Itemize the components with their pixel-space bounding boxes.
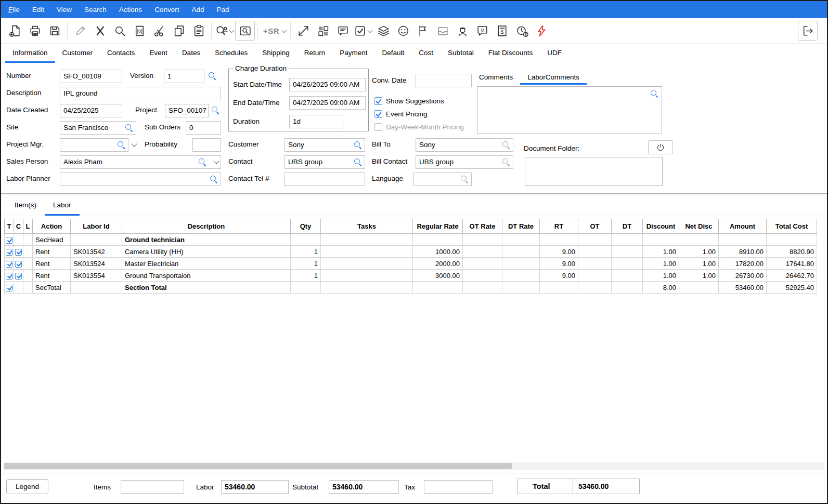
new-document-button[interactable] — [5, 21, 25, 41]
checkbox-checked[interactable] — [6, 261, 12, 268]
cell-net_disc[interactable] — [679, 282, 719, 294]
tab-laborcomments[interactable]: LaborComments — [520, 70, 587, 85]
layers-button[interactable] — [373, 21, 393, 41]
cell-qty[interactable]: 1 — [291, 270, 321, 282]
cell-dt_rate[interactable] — [502, 282, 540, 294]
delete-x-button[interactable] — [90, 21, 110, 41]
col-c[interactable]: C — [14, 219, 23, 234]
tab-contacts[interactable]: Contacts — [100, 44, 142, 63]
cell-total_cost[interactable] — [767, 234, 817, 246]
cell-ot[interactable] — [578, 258, 612, 270]
event-pricing-checkbox[interactable] — [374, 110, 382, 118]
cell-discount[interactable]: 1.00 — [643, 258, 679, 270]
col-qty[interactable]: Qty — [291, 219, 321, 234]
cell-tasks[interactable] — [321, 234, 413, 246]
tab-return[interactable]: Return — [297, 44, 333, 63]
col-t[interactable]: T — [5, 219, 14, 234]
cell-tasks[interactable] — [321, 270, 413, 282]
cell-dt[interactable] — [612, 282, 643, 294]
col-tasks[interactable]: Tasks — [321, 219, 413, 234]
cell-discount[interactable]: 8.00 — [643, 282, 679, 294]
edit-pencil-button[interactable] — [70, 21, 90, 41]
cell-ot[interactable] — [578, 246, 612, 258]
cell-net_disc[interactable]: 1.00 — [679, 258, 719, 270]
tab-cost[interactable]: Cost — [411, 44, 441, 63]
col-ot_rate[interactable]: OT Rate — [463, 219, 502, 234]
cell-amount[interactable]: 17820.00 — [719, 258, 767, 270]
customer-search-icon[interactable] — [354, 141, 361, 149]
document-folder-textarea[interactable] — [525, 157, 663, 186]
menu-search[interactable]: Search — [78, 2, 113, 18]
cell-rt[interactable]: 9.00 — [540, 258, 578, 270]
cell-regular_rate[interactable] — [413, 282, 463, 294]
col-ot[interactable]: OT — [578, 219, 612, 234]
cell-amount[interactable] — [719, 234, 767, 246]
checkbox-checked[interactable] — [15, 249, 22, 256]
project-mgr-field[interactable] — [60, 138, 128, 152]
checkbox-checked[interactable] — [15, 273, 22, 280]
cell-labor_id[interactable] — [71, 234, 122, 246]
cell-c-checkbox[interactable] — [14, 258, 23, 270]
cell-labor_id[interactable]: SK013554 — [71, 270, 122, 282]
cell-c-checkbox[interactable] — [14, 234, 23, 246]
contact-tel-field[interactable] — [284, 173, 365, 186]
legend-button[interactable]: Legend — [6, 479, 48, 494]
tab-items[interactable]: Item(s) — [6, 194, 45, 216]
start-datetime-field[interactable]: 04/26/2025 09:00 AM — [289, 78, 366, 91]
cell-net_disc[interactable]: 1.00 — [679, 246, 719, 258]
cell-tasks[interactable] — [321, 246, 413, 258]
menu-add[interactable]: Add — [185, 2, 210, 18]
version-field[interactable]: 1 — [164, 70, 204, 83]
cell-action[interactable]: SecTotal — [33, 282, 71, 294]
cell-net_disc[interactable] — [679, 234, 719, 246]
menu-file[interactable]: File — [2, 2, 26, 18]
cell-t-checkbox[interactable] — [5, 258, 14, 270]
scrollbar-thumb[interactable] — [4, 463, 512, 469]
col-amount[interactable]: Amount — [719, 219, 767, 234]
cell-c-checkbox[interactable] — [14, 270, 23, 282]
search-button[interactable] — [110, 21, 130, 41]
chevron-down-icon[interactable] — [230, 29, 234, 33]
cell-c-checkbox[interactable] — [14, 282, 23, 294]
cell-description[interactable]: Camera Utility (HH) — [122, 246, 291, 258]
cell-discount[interactable] — [643, 234, 679, 246]
col-dt_rate[interactable]: DT Rate — [502, 219, 540, 234]
number-field[interactable]: SFO_00109 — [60, 70, 122, 83]
cell-c-checkbox[interactable] — [14, 246, 23, 258]
chat-zero-button[interactable]: 0 — [472, 21, 492, 41]
cell-t-checkbox[interactable] — [5, 246, 14, 258]
cell-t-checkbox[interactable] — [5, 270, 14, 282]
cell-regular_rate[interactable]: 3000.00 — [413, 270, 463, 282]
save-button[interactable] — [45, 21, 64, 41]
menu-pad[interactable]: Pad — [210, 2, 235, 18]
copy-button[interactable] — [169, 21, 189, 41]
task-check-button[interactable] — [353, 21, 373, 41]
contact-search-icon[interactable] — [354, 158, 361, 166]
bill-contact-field[interactable]: UBS group — [416, 155, 513, 169]
cell-rt[interactable]: 9.00 — [540, 246, 578, 258]
chevron-down-icon[interactable] — [368, 29, 372, 33]
bill-to-search-icon[interactable] — [502, 141, 510, 149]
cell-ot_rate[interactable] — [463, 270, 502, 282]
cell-qty[interactable]: 1 — [291, 258, 321, 270]
cell-dt[interactable] — [612, 246, 643, 258]
cell-description[interactable]: Ground Transportaion — [122, 270, 291, 282]
checkbox-checked[interactable] — [6, 285, 12, 291]
tab-schedules[interactable]: Schedules — [208, 44, 255, 63]
tray-button[interactable] — [433, 21, 452, 41]
exit-button[interactable] — [798, 21, 818, 41]
tab-event[interactable]: Event — [142, 44, 175, 63]
cell-regular_rate[interactable] — [413, 234, 463, 246]
bill-to-field[interactable]: Sony — [416, 138, 513, 152]
tiles-button[interactable] — [313, 21, 333, 41]
comments-textarea[interactable] — [477, 86, 662, 134]
cell-dt[interactable] — [612, 270, 643, 282]
cell-total_cost[interactable]: 17641.80 — [767, 258, 817, 270]
tab-payment[interactable]: Payment — [332, 44, 374, 63]
cell-dt[interactable] — [612, 234, 643, 246]
cell-t-checkbox[interactable] — [5, 234, 14, 246]
time-dollar-button[interactable]: $ — [512, 21, 532, 41]
duration-field[interactable]: 1d — [289, 115, 343, 128]
sales-person-search-icon[interactable] — [199, 158, 206, 166]
cell-action[interactable]: SecHead — [33, 234, 71, 246]
